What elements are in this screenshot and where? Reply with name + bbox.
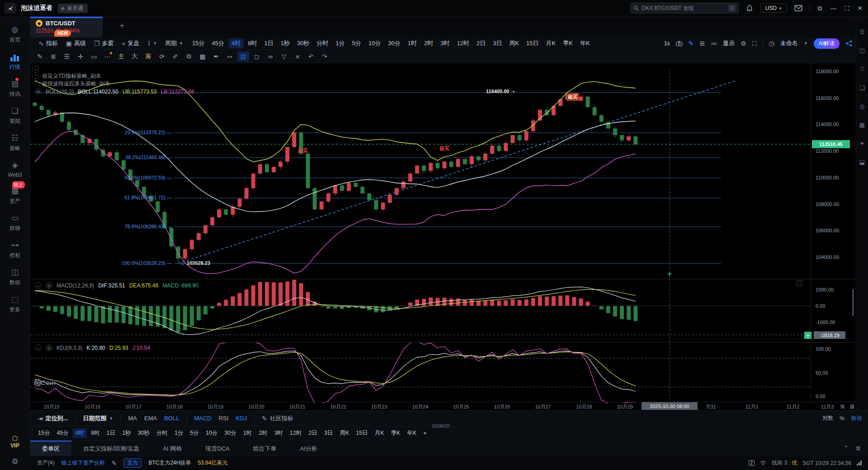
magnet-lock-icon[interactable]: ⊡ (237, 52, 249, 61)
mail-icon[interactable] (794, 5, 802, 11)
timeframe-1时[interactable]: 1时 (241, 428, 255, 438)
log-scale-toggle[interactable]: 对数 (822, 414, 833, 422)
timeframe-周K[interactable]: 周K (506, 38, 522, 48)
indicator-toggle-rsi[interactable]: RSI (219, 415, 229, 422)
expand-chevron-icon[interactable]: ⌄ (32, 74, 39, 81)
timeframe-年K[interactable]: 年K (404, 428, 419, 438)
delete-icon[interactable]: ⨯ (292, 52, 303, 61)
chart-style-dropdown[interactable]: ⌇▼ (147, 40, 157, 47)
note-icon[interactable]: ❏ (859, 85, 865, 91)
timeframe-3日[interactable]: 3日 (321, 428, 335, 438)
chart-svg[interactable] (30, 63, 856, 410)
timeframe-8时[interactable]: 8时 (88, 428, 102, 438)
timeframe-12时[interactable]: 12时 (287, 428, 304, 438)
gear-icon[interactable]: ⚙ (741, 40, 746, 47)
refresh-icon[interactable]: ⟳ (156, 52, 168, 61)
timeframe-2时[interactable]: 2时 (256, 428, 270, 438)
timeframe-1秒[interactable]: 1秒 (278, 38, 292, 48)
comment-icon[interactable]: ◻ (251, 52, 263, 61)
community-indicators-button[interactable]: ✎ 社区指标 (262, 414, 293, 423)
timeframe-2时[interactable]: 2时 (421, 38, 436, 48)
sidebar-item-doc[interactable]: ❏要闻 (8, 106, 22, 125)
auto-scale-toggle[interactable]: 自动 (851, 414, 862, 422)
timeframe-30分[interactable]: 30分 (385, 38, 403, 48)
pane-maximize-icon[interactable]: ⛶ (796, 280, 802, 287)
share-icon[interactable] (845, 40, 853, 47)
bottom-tab-自定义指标/回测/实盘[interactable]: 自定义指标/回测/实盘 (71, 441, 151, 456)
chart-area[interactable]: › ⌄ 自定义TD指标策略_副本 超级波段追踪多头策略_副本 ⊖ BOLL(20… (30, 63, 856, 410)
panel-collapse-handle[interactable]: ⌄ (432, 424, 450, 428)
pen-icon[interactable]: ✒ (210, 52, 222, 61)
sidebar-item-vip[interactable]: ⬡ VIP (10, 434, 19, 449)
trend-lines-icon[interactable]: ≣ (47, 52, 59, 61)
resolution-label[interactable]: 1s (664, 40, 670, 47)
close-icon[interactable]: ✕ (857, 5, 863, 12)
bottom-tab-AI分析[interactable]: AI分析 (288, 441, 329, 456)
maximize-icon[interactable]: ⛶ (844, 5, 849, 12)
bottom-tab-AI 网格[interactable]: AI 网格 (151, 441, 193, 456)
large-chart-glyph[interactable]: 大 (129, 52, 141, 61)
timeframe-45分[interactable]: 45分 (54, 428, 71, 438)
timeframe-15分[interactable]: 15分 (189, 38, 207, 48)
indicator-toggle-ma[interactable]: MA (128, 415, 137, 422)
timeframe-30秒[interactable]: 30秒 (294, 38, 312, 48)
cross-line-icon[interactable]: ✛ (75, 52, 86, 61)
main-force-pill[interactable]: 主力 (123, 458, 142, 468)
timeframe-周K[interactable]: 周K (337, 428, 352, 438)
shapes-icon[interactable]: ▭ (88, 52, 100, 61)
timeframe-分时[interactable]: 分时 (154, 428, 170, 438)
fullscreen-icon[interactable]: ⛶ (752, 40, 757, 47)
sidebar-item-chat[interactable]: ▭群聊 (8, 213, 22, 232)
timeframe-8时[interactable]: 8时 (245, 38, 259, 48)
camera-icon[interactable] (676, 41, 683, 47)
indicator-toggle-ema[interactable]: EMA (144, 415, 157, 422)
timeframe-2日[interactable]: 2日 (474, 38, 488, 48)
list-settings-icon[interactable]: ≔ (711, 40, 717, 47)
kdj-collapse-icon[interactable]: ⌄ (35, 344, 42, 351)
timeframe-分时[interactable]: 分时 (314, 38, 331, 48)
timeframe-4时[interactable]: 4时 (229, 38, 243, 48)
sidebar-item-key[interactable]: ⊶授权 (8, 240, 22, 259)
edit-pencil-icon[interactable]: ✎ (689, 40, 694, 47)
draw-pencil-icon[interactable]: ✎ (34, 52, 46, 61)
macd-alert-icon[interactable]: ◎ (46, 282, 52, 289)
timeframe-1日[interactable]: 1日 (261, 38, 276, 48)
timeframe-1分[interactable]: 1分 (333, 38, 347, 48)
macd-add-button[interactable]: + (804, 332, 811, 339)
minimize-icon[interactable]: — (830, 5, 836, 12)
timeframe-10分[interactable]: 10分 (203, 428, 220, 438)
ruler-icon[interactable]: ▦ (197, 52, 208, 61)
macd-collapse-icon[interactable]: ⌄ (35, 282, 42, 289)
kline-panel-icon[interactable]: ◫ (859, 47, 865, 54)
curve-icon[interactable]: ∾ (224, 52, 236, 61)
timeframe-15日[interactable]: 15日 (524, 38, 541, 48)
undo-icon[interactable]: ↶ (305, 52, 317, 61)
main-chart-glyph[interactable]: 主 (115, 52, 127, 61)
notification-bell-icon[interactable] (746, 5, 753, 12)
alert-icon[interactable]: ⏱ (860, 66, 864, 73)
clone-icon[interactable]: ⧉ (183, 52, 195, 61)
timeframe-月K[interactable]: 月K (372, 428, 387, 438)
indicator-toggle-macd[interactable]: MACD (194, 415, 211, 422)
layout-name[interactable]: 未命名 (780, 39, 798, 47)
ai-analysis-button[interactable]: AI解读 (814, 38, 840, 49)
timeframe-1秒[interactable]: 1秒 (119, 428, 133, 438)
timeframe-季K[interactable]: 季K (560, 38, 576, 48)
panel-menu-icon[interactable]: ≣ (856, 445, 861, 451)
indicators-button[interactable]: ∿指标 (38, 39, 58, 47)
calendar-icon[interactable]: ▦ (859, 122, 865, 128)
more-drawings-icon[interactable]: ⋯ (102, 52, 113, 61)
channel-lines-icon[interactable]: ☰ (61, 52, 73, 61)
timeframe-12时[interactable]: 12时 (454, 38, 472, 48)
favorites-icon[interactable]: ✦ (860, 140, 865, 147)
timeframe-3时[interactable]: 3时 (438, 38, 452, 48)
kdj-alert-icon[interactable]: ◎ (46, 344, 52, 351)
boll-toggle-icon[interactable]: ⊖ (35, 88, 42, 95)
axis-extra-toggle[interactable]: 爆 (850, 404, 855, 410)
bottom-tab-组合下单[interactable]: 组合下单 (241, 441, 288, 456)
indicator-toggle-kdj[interactable]: KDJ (236, 415, 247, 422)
search-input[interactable]: OKX BTC/USDT 永续 / (630, 3, 739, 14)
timeframe-30秒[interactable]: 30秒 (135, 428, 152, 438)
timeframe-3日[interactable]: 3日 (490, 38, 505, 48)
redo-icon[interactable]: ↷ (319, 52, 330, 61)
